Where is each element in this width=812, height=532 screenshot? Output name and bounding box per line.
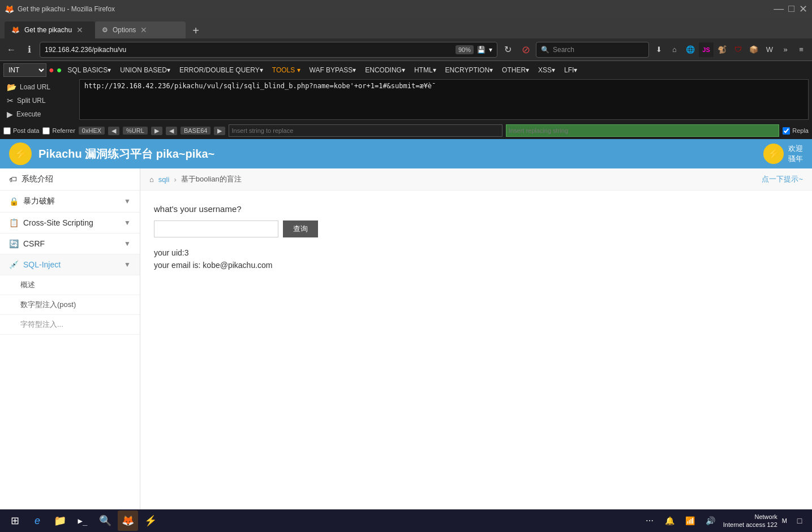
insert-replacing-input[interactable] xyxy=(506,124,779,137)
close-button[interactable]: ✕ xyxy=(799,3,807,15)
main-content: ⌂ sqli › 基于boolian的盲注 点一下提示~ what's your… xyxy=(140,168,812,532)
taskbar-firefox-button[interactable]: 🦊 xyxy=(118,511,138,531)
post-data-checkbox[interactable] xyxy=(3,127,11,135)
sidebar-item-brute[interactable]: 🔒 暴力破解 ▼ xyxy=(0,191,140,213)
taskbar-search-button[interactable]: 🔍 xyxy=(95,511,115,531)
sidebar-item-sqli[interactable]: 💉 SQL-Inject ▼ xyxy=(0,254,140,275)
taskbar-notification-icon[interactable]: 🔔 xyxy=(662,513,678,529)
hackbar-tools[interactable]: TOOLS ▾ xyxy=(269,65,304,75)
browser-icon: 🦊 xyxy=(5,5,14,14)
hackbar-waf-bypass[interactable]: WAF BYPASS▾ xyxy=(306,65,360,75)
load-url-button[interactable]: 📂 Load URL xyxy=(5,81,75,93)
hackbar-encoding[interactable]: ENCODING▾ xyxy=(362,65,409,75)
sidebar-csrf-label: 🔄 CSRF xyxy=(9,239,45,248)
minimize-button[interactable]: — xyxy=(774,3,784,15)
referrer-checkbox[interactable] xyxy=(42,127,50,135)
taskbar-tray2[interactable]: 🔊 xyxy=(703,513,719,529)
sidebar-item-intro[interactable]: 🏷 系统介绍 xyxy=(0,168,140,191)
submit-button[interactable]: 查询 xyxy=(283,220,318,237)
hackbar-actions: 📂 Load URL ✂ Split URL ▶ Execute xyxy=(0,79,79,122)
start-button[interactable]: ⊞ xyxy=(5,511,25,531)
hackbar-sql-basics[interactable]: SQL BASICS▾ xyxy=(64,65,114,75)
sidebar-item-csrf[interactable]: 🔄 CSRF ▼ xyxy=(0,233,140,254)
sidebar-sub-char-inject[interactable]: 字符型注入... xyxy=(0,315,140,335)
hamburger-icon[interactable]: ≡ xyxy=(794,42,809,57)
hackbar-encryption[interactable]: ENCRYPTION▾ xyxy=(442,65,496,75)
terminal-button[interactable]: ▶_ xyxy=(72,511,93,531)
intro-text: 系统介绍 xyxy=(22,174,53,184)
js-icon[interactable]: JS xyxy=(699,42,714,57)
hackbar-error-query[interactable]: ERROR/DOUBLE QUERY▾ xyxy=(176,65,267,75)
download-icon[interactable]: ⬇ xyxy=(651,42,666,57)
hackbar-html[interactable]: HTML▾ xyxy=(411,65,440,75)
brute-chevron: ▼ xyxy=(124,197,131,205)
form-input-row: 查询 xyxy=(154,220,798,237)
reload-button[interactable]: ↻ xyxy=(500,42,515,58)
more-tools-icon[interactable]: » xyxy=(778,42,793,57)
hackbar-xss[interactable]: XSS▾ xyxy=(535,65,558,75)
result-email: your email is: kobe@pikachu.com xyxy=(154,259,798,271)
replace-checkbox[interactable] xyxy=(783,127,790,135)
greasemonkey-icon[interactable]: 🐒 xyxy=(715,42,729,57)
encode-pct-btn[interactable]: %URL xyxy=(123,127,148,135)
new-tab-button[interactable]: + xyxy=(188,23,204,38)
hackbar-bottom-row: Post data Referrer 0xHEX ◀ %URL ▶ ◀ BASE… xyxy=(0,122,812,139)
hackbar-type-selector[interactable]: INT STRING BLIND xyxy=(3,63,46,77)
taskbar-app5-icon: ⚡ xyxy=(144,514,157,527)
split-url-button[interactable]: ✂ Split URL xyxy=(5,95,75,106)
username-input[interactable] xyxy=(154,220,278,237)
taskbar-action-center[interactable]: □ xyxy=(792,513,807,529)
encode-left1[interactable]: ◀ xyxy=(108,127,119,135)
hackbar-url-row: 📂 Load URL ✂ Split URL ▶ Execute http://… xyxy=(0,79,812,122)
pikachu-header: ⚡ Pikachu 漏洞练习平台 pika~pika~ ⚡ 欢迎 骚年 xyxy=(0,139,812,168)
hackbar-dot-red[interactable]: ● xyxy=(49,65,54,75)
hackbar-other[interactable]: OTHER▾ xyxy=(499,65,532,75)
encode-right1[interactable]: ▶ xyxy=(151,127,162,135)
start-icon: ⊞ xyxy=(11,514,19,527)
dropdown-icon[interactable]: ▾ xyxy=(489,46,492,54)
back-button[interactable]: ← xyxy=(3,42,19,58)
edge-icon: e xyxy=(35,515,40,527)
insert-string-input[interactable] xyxy=(229,124,502,137)
extension2-icon[interactable]: W xyxy=(762,42,777,57)
url-bar[interactable]: 192.168.42.236/pikachu/vu 90% 💾 ▾ xyxy=(40,42,497,58)
sqli-text: SQL-Inject xyxy=(23,260,61,269)
edge-button[interactable]: e xyxy=(27,511,48,531)
hackbar-url-input[interactable]: http://192.168.42.236/pikachu/vul/sqli/s… xyxy=(79,79,809,120)
hackbar-lfi[interactable]: LFI▾ xyxy=(561,65,581,75)
tab-options-close-button[interactable]: ✕ xyxy=(140,25,147,34)
extension1-icon[interactable]: 📦 xyxy=(746,42,761,57)
result-text: your uid:3 your email is: kobe@pikachu.c… xyxy=(154,246,798,272)
tab-close-button[interactable]: ✕ xyxy=(76,25,83,34)
ublock-icon[interactable]: 🛡 xyxy=(731,42,745,57)
hint-link[interactable]: 点一下提示~ xyxy=(762,174,803,184)
encode-right2[interactable]: ▶ xyxy=(214,127,225,135)
sidebar-sub-overview[interactable]: 概述 xyxy=(0,275,140,295)
sidebar-xss-label: 📋 Cross-Site Scripting xyxy=(9,218,93,227)
stop-button[interactable]: ⊘ xyxy=(518,42,534,58)
taskbar-more-icon[interactable]: ⋯ xyxy=(642,513,658,529)
search-bar[interactable]: 🔍 Search xyxy=(536,42,649,58)
breadcrumb-sqli-link[interactable]: sqli xyxy=(158,175,170,184)
execute-button[interactable]: ▶ Execute xyxy=(5,109,75,120)
encode-left2[interactable]: ◀ xyxy=(166,127,177,135)
encode-b64-btn[interactable]: BASE64 xyxy=(181,127,211,135)
info-button[interactable]: ℹ xyxy=(22,42,37,58)
home-icon[interactable]: ⌂ xyxy=(667,42,682,57)
hackbar-union-based[interactable]: UNION BASED▾ xyxy=(117,65,174,75)
globe-icon[interactable]: 🌐 xyxy=(683,42,698,57)
num-post-label: 数字型注入(post) xyxy=(20,300,76,309)
explorer-button[interactable]: 📁 xyxy=(50,511,70,531)
brute-icon: 🔒 xyxy=(9,197,19,206)
taskbar-tray1[interactable]: 📶 xyxy=(682,513,698,529)
tab-get-pikachu[interactable]: 🦊 Get the pikachu ✕ xyxy=(5,21,95,38)
split-url-icon: ✂ xyxy=(7,96,14,105)
sidebar-item-xss[interactable]: 📋 Cross-Site Scripting ▼ xyxy=(0,213,140,233)
tab-options[interactable]: ⚙ Options ✕ xyxy=(95,21,186,38)
hackbar-dot-green[interactable]: ● xyxy=(57,65,62,75)
url-text: 192.168.42.236/pikachu/vu xyxy=(45,46,452,54)
taskbar-app5-button[interactable]: ⚡ xyxy=(140,511,161,531)
encode-0x-btn[interactable]: 0xHEX xyxy=(79,127,105,135)
sidebar-sub-num-post[interactable]: 数字型注入(post) xyxy=(0,295,140,315)
maximize-button[interactable]: □ xyxy=(788,3,794,15)
